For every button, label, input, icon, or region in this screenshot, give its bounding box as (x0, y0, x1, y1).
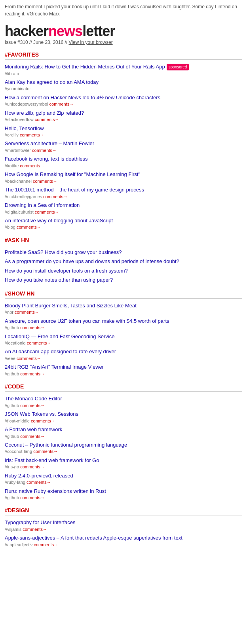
list-item: How Google Is Remaking Itself for "Machi… (5, 170, 242, 184)
item-title-link[interactable]: Apple-sans-adjectives – A font that reda… (5, 535, 182, 541)
section-header-code: #CODE (5, 383, 242, 390)
item-title-link[interactable]: A Fortran web framework (5, 426, 62, 432)
item-title-link[interactable]: Ruru: native Ruby extensions written in … (5, 488, 106, 494)
item-title-link[interactable]: A secure, open source U2F token you can … (5, 318, 169, 324)
section-divider-code (5, 391, 242, 392)
item-title-link[interactable]: How do you install developer tools on a … (5, 268, 128, 274)
list-item: An interactive way of blogging about Jav… (5, 217, 242, 231)
item-title-link[interactable]: Typography for User Interfaces (5, 519, 75, 525)
item-title-link[interactable]: An AI dashcam app designed to rate every… (5, 349, 116, 354)
comments-link[interactable]: comments→ (20, 163, 45, 168)
item-meta: //locationiq comments→ (5, 340, 242, 346)
item-meta: //blog comments→ (5, 224, 242, 230)
section-header-show-hn: #SHOW HN (5, 290, 242, 297)
comments-link[interactable]: comments→ (31, 419, 55, 423)
comments-link[interactable]: comments→ (20, 495, 45, 500)
comments-link[interactable]: comments→ (17, 225, 41, 229)
item-title-link[interactable]: Profitable SaaS? How did you grow your b… (5, 249, 122, 255)
section-header-design: #DESIGN (5, 507, 242, 513)
quote-text: From the moment I picked your book up un… (5, 4, 237, 17)
title-hacker: hacker (5, 23, 48, 39)
comments-link[interactable]: comments→ (33, 449, 58, 454)
item-meta: //coconut-lang comments→ (5, 449, 242, 455)
item-title-link[interactable]: LocationIQ — Free and Fast Geocoding Ser… (5, 333, 114, 339)
comments-link[interactable]: comments→ (20, 133, 44, 137)
comments-link[interactable]: comments→ (20, 434, 45, 439)
comments-link[interactable]: comments→ (33, 179, 57, 184)
item-meta: //appleadjectiv comments→ (5, 542, 242, 548)
sponsored-badge: sponsored (167, 64, 189, 70)
comments-link[interactable]: comments→ (20, 325, 45, 330)
item-source: //npr (5, 310, 13, 314)
item-title-link[interactable]: As a programmer do you have ups and down… (5, 258, 179, 264)
comments-link[interactable]: comments→ (27, 480, 51, 485)
item-meta: //viljamis comments→ (5, 527, 242, 532)
item-source: //ruby-lang (5, 480, 25, 485)
item-meta: //github comments→ (5, 434, 242, 439)
comments-link[interactable]: comments→ (20, 464, 45, 469)
comments-link[interactable]: comments→ (32, 148, 57, 153)
item-source: //appleadjectiv (5, 542, 32, 547)
list-item: Monitoring Rails: How to Get the Hidden … (5, 63, 242, 77)
comments-link[interactable]: comments→ (17, 356, 41, 361)
comments-link[interactable]: comments→ (27, 341, 51, 345)
list-item: Ruru: native Ruby extensions written in … (5, 487, 242, 501)
list-item: Apple-sans-adjectives – A font that reda… (5, 534, 242, 548)
list-item: An AI dashcam app designed to rate every… (5, 348, 242, 362)
comments-link[interactable]: comments→ (20, 403, 45, 408)
masthead-title: hackernewsletter (5, 23, 242, 40)
item-meta: //digitalculturist comments→ (5, 209, 242, 215)
item-title-link[interactable]: How Google Is Remaking Itself for "Machi… (5, 171, 140, 177)
item-title-link[interactable]: Monitoring Rails: How to Get the Hidden … (5, 64, 189, 70)
item-source: //coconut-lang (5, 449, 32, 454)
issue-info: Issue #310 // June 23, 2016 // (5, 40, 67, 45)
item-title-link[interactable]: Ruby 2.4.0-preview1 released (5, 473, 73, 479)
comments-link[interactable]: comments→ (34, 542, 58, 547)
item-title-link[interactable]: The Monaco Code Editor (5, 396, 62, 402)
item-title-link[interactable]: An interactive way of blogging about Jav… (5, 218, 113, 224)
item-source: //ieee (5, 356, 15, 361)
title-news: news (48, 23, 82, 39)
comments-link[interactable]: comments→ (15, 310, 39, 314)
item-source: //unicodepowersymbol (5, 102, 48, 106)
list-item: As a programmer do you have ups and down… (5, 258, 242, 265)
issue-line: Issue #310 // June 23, 2016 // View in y… (5, 40, 242, 45)
comments-link[interactable]: comments→ (49, 102, 74, 106)
item-source: //blog (5, 225, 15, 229)
item-meta: //github comments→ (5, 325, 242, 331)
comments-link[interactable]: comments→ (35, 210, 59, 214)
item-source: //github (5, 403, 19, 408)
item-title-link[interactable]: How a comment on Hacker News led to 4½ n… (5, 95, 160, 100)
item-meta: //github comments→ (5, 371, 242, 377)
item-source: //locationiq (5, 341, 26, 345)
view-in-browser-link[interactable]: View in your browser (68, 40, 112, 45)
item-meta: //oreilly comments→ (5, 132, 242, 138)
comments-link[interactable]: comments→ (20, 371, 45, 376)
item-title-link[interactable]: Facebook is wrong, text is deathless (5, 156, 88, 162)
item-title-link[interactable]: Bloody Plant Burger Smells, Tastes and S… (5, 303, 137, 309)
comments-link[interactable]: comments→ (43, 194, 68, 199)
item-title-link[interactable]: Drowning in a Sea of Information (5, 202, 80, 208)
item-meta: //backchannel comments→ (5, 178, 242, 184)
item-title-link[interactable]: Hello, Tensorflow (5, 125, 44, 131)
list-item: Coconut – Pythonic functional programmin… (5, 441, 242, 455)
item-title-link[interactable]: Serverless architecture – Martin Fowler (5, 140, 94, 146)
item-title-link[interactable]: How do you take notes other than using p… (5, 277, 113, 283)
item-title-link[interactable]: Coconut – Pythonic functional programmin… (5, 442, 127, 448)
section-header-ask-hn: #ASK HN (5, 237, 242, 243)
item-title-link[interactable]: The 100:10:1 method – the heart of my ga… (5, 187, 144, 193)
list-item: Typography for User Interfaces//viljamis… (5, 519, 242, 532)
list-item: How a comment on Hacker News led to 4½ n… (5, 94, 242, 108)
comments-link[interactable]: comments→ (35, 117, 59, 122)
list-item: The Monaco Code Editor//github comments→ (5, 395, 242, 409)
comments-link[interactable]: comments→ (23, 527, 47, 532)
section-code: #CODEThe Monaco Code Editor//github comm… (5, 383, 242, 501)
item-title-link[interactable]: Alan Kay has agreed to do an AMA today (5, 79, 99, 85)
item-title-link[interactable]: How are zlib, gzip and Zip related? (5, 110, 84, 116)
list-item: Hello, Tensorflow//oreilly comments→ (5, 125, 242, 138)
item-title-link[interactable]: JSON Web Tokens vs. Sessions (5, 411, 78, 417)
item-meta: //kottke comments→ (5, 163, 242, 169)
item-title-link[interactable]: 24bit RGB "AnsiArt" Terminal Image Viewe… (5, 364, 104, 370)
item-source: //github (5, 325, 19, 330)
item-title-link[interactable]: Iris: Fast back-end web framework for Go (5, 457, 99, 463)
